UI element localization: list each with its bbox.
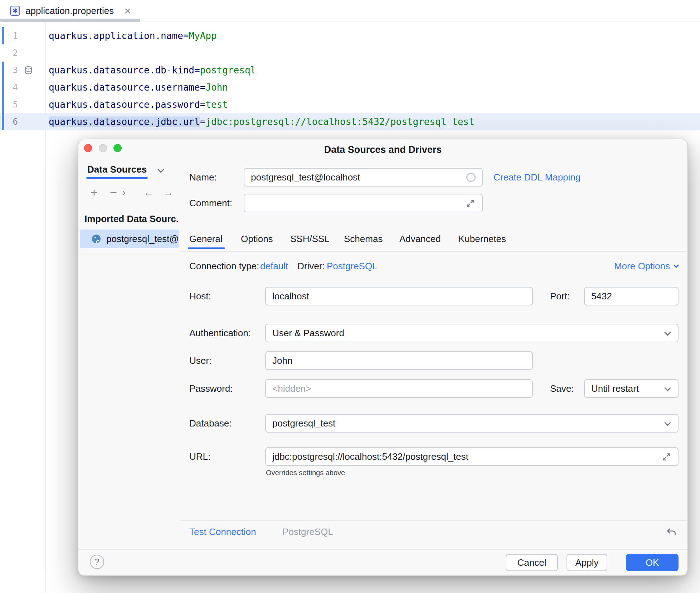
vcs-change-bar: [2, 62, 4, 79]
code-line-1[interactable]: 1 quarkus.application.name=MyApp: [0, 27, 700, 44]
code-line-2[interactable]: 2: [0, 44, 700, 62]
status-circle-icon: [466, 173, 476, 182]
tab-general[interactable]: General: [189, 230, 223, 248]
datasource-gutter-icon[interactable]: [24, 66, 33, 75]
vcs-change-bar: [2, 113, 4, 130]
code-line-4[interactable]: 4 quarkus.datasource.username=John: [0, 79, 700, 96]
port-input[interactable]: [584, 287, 679, 305]
driver-value-link[interactable]: PostgreSQL: [327, 257, 378, 275]
chevron-down-icon: [674, 262, 679, 268]
property-key-selected: quarkus.datasource.jdbc.url: [49, 116, 200, 127]
property-value: test: [205, 99, 228, 110]
content-separator: [179, 520, 687, 521]
expand-field-icon[interactable]: [466, 199, 475, 208]
editor-tab-bar: ✱ application.properties ×: [0, 0, 700, 22]
password-label: Password:: [189, 379, 233, 398]
database-label: Database:: [189, 414, 232, 433]
line-number: 2: [0, 48, 18, 58]
property-key: quarkus.datasource.db-kind: [49, 65, 194, 76]
connection-type-value-link[interactable]: default: [260, 257, 288, 275]
undo-icon[interactable]: [666, 527, 677, 537]
tab-application-properties[interactable]: ✱ application.properties ×: [0, 0, 140, 21]
tab-advanced[interactable]: Advanced: [399, 230, 441, 248]
tab-kubernetes[interactable]: Kubernetes: [458, 230, 506, 248]
url-caption: Overrides settings above: [266, 469, 345, 477]
sidebar-header-underline: [86, 177, 148, 179]
authentication-label: Authentication:: [189, 324, 251, 342]
vcs-change-bar: [2, 27, 4, 44]
expand-field-icon[interactable]: [662, 452, 671, 462]
active-tab-indicator: [188, 247, 225, 249]
sidebar-section-title: Imported Data Sourc.: [84, 212, 179, 225]
apply-button[interactable]: Apply: [567, 554, 607, 571]
chevron-down-icon: [664, 419, 671, 426]
ok-button[interactable]: OK: [626, 554, 679, 571]
property-key: quarkus.datasource.username: [49, 82, 200, 93]
chevron-down-icon: [664, 329, 671, 336]
add-datasource-button[interactable]: +: [91, 184, 98, 200]
cancel-button[interactable]: Cancel: [506, 554, 558, 571]
authentication-select[interactable]: User & Password: [265, 324, 679, 342]
test-connection-link[interactable]: Test Connection: [189, 523, 256, 540]
sidebar-divider: [80, 255, 179, 255]
property-value: John: [205, 82, 228, 93]
comment-input[interactable]: [244, 194, 483, 212]
property-key: quarkus.datasource.password: [49, 99, 200, 110]
tab-close-icon[interactable]: ×: [124, 5, 131, 16]
forward-arrow-icon[interactable]: →: [163, 184, 174, 200]
property-value: postgresql: [200, 65, 256, 76]
save-label: Save:: [550, 379, 574, 398]
property-value: jdbc:postgresql://localhost:5432/postgre…: [205, 116, 474, 127]
datasource-item-label: postgresql_test@: [106, 233, 179, 245]
connection-type-label: Connection type:: [189, 257, 259, 275]
dialog-title: Data Sources and Drivers: [78, 144, 687, 155]
port-label: Port:: [550, 287, 570, 305]
vcs-change-bar: [2, 96, 4, 113]
more-options-button[interactable]: More Options: [614, 257, 678, 275]
url-input[interactable]: [265, 447, 679, 466]
create-ddl-mapping-link[interactable]: Create DDL Mapping: [494, 168, 580, 187]
sidebar-header[interactable]: Data Sources: [87, 163, 147, 176]
code-line-6[interactable]: 6 quarkus.datasource.jdbc.url=jdbc:postg…: [0, 113, 700, 130]
host-label: Host:: [189, 287, 211, 305]
properties-file-icon: ✱: [10, 6, 20, 16]
postgresql-elephant-icon: [91, 233, 102, 245]
property-value: MyApp: [189, 30, 217, 41]
database-select[interactable]: postgresql_test: [265, 414, 679, 433]
save-select[interactable]: Until restart: [584, 379, 679, 398]
name-label: Name:: [189, 168, 217, 187]
back-arrow-icon[interactable]: ←: [144, 184, 154, 200]
user-label: User:: [189, 351, 212, 370]
tab-title: application.properties: [25, 5, 114, 16]
help-button[interactable]: ?: [90, 555, 104, 569]
property-key: quarkus.application.name: [49, 30, 183, 41]
user-input[interactable]: [265, 351, 533, 370]
driver-label: Driver:: [297, 257, 325, 275]
password-input[interactable]: [265, 379, 533, 398]
remove-datasource-button[interactable]: −: [110, 184, 117, 200]
tab-indicator: [0, 19, 140, 22]
tab-ssh-ssl[interactable]: SSH/SSL: [290, 230, 330, 248]
host-input[interactable]: [265, 287, 533, 305]
footer-separator: [78, 549, 687, 550]
vcs-change-bar: [2, 79, 4, 96]
data-sources-dialog: Data Sources and Drivers Data Sources + …: [78, 139, 688, 576]
code-line-5[interactable]: 5 quarkus.datasource.password=test: [0, 96, 700, 113]
chevron-down-icon: [157, 166, 164, 173]
test-driver-name: PostgreSQL: [282, 523, 333, 540]
comment-label: Comment:: [189, 194, 232, 212]
name-input[interactable]: [244, 168, 483, 187]
datasource-list-item[interactable]: postgresql_test@: [80, 230, 179, 248]
chevron-down-icon: [664, 385, 671, 391]
tab-options[interactable]: Options: [241, 230, 273, 248]
code-area[interactable]: 1 quarkus.application.name=MyApp 2 3 qua…: [0, 27, 700, 130]
expand-tree-icon[interactable]: ›: [122, 184, 126, 200]
tabs-separator: [179, 251, 687, 252]
tab-schemas[interactable]: Schemas: [344, 230, 383, 248]
code-line-3[interactable]: 3 quarkus.datasource.db-kind=postgresql: [0, 62, 700, 79]
url-label: URL:: [189, 447, 210, 466]
